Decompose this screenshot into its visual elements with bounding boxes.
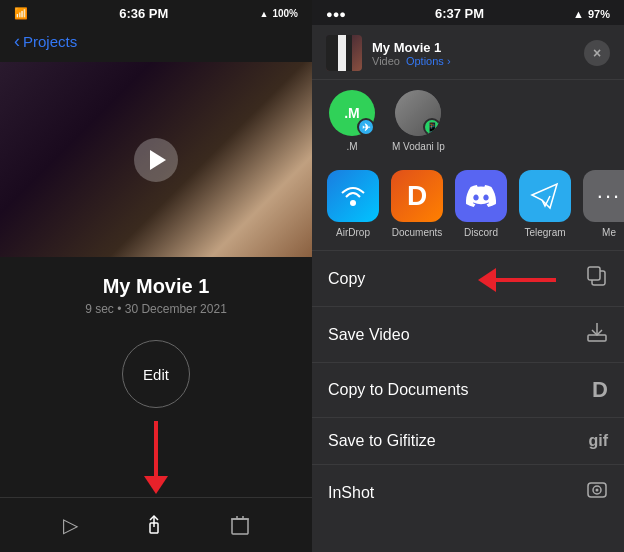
gps-icon: ▲ [259, 9, 268, 19]
copy-documents-label: Copy to Documents [328, 381, 469, 399]
arrow-head-left-icon [478, 268, 496, 292]
documents-icon: D [391, 170, 443, 222]
copy-label: Copy [328, 270, 365, 288]
video-thumbnail[interactable] [0, 62, 312, 257]
left-status-icons: 📶 [14, 7, 28, 20]
action-inshot[interactable]: InShot [312, 465, 624, 520]
action-copy[interactable]: Copy [312, 251, 624, 307]
close-button[interactable]: × [584, 40, 610, 66]
airdrop-icon [327, 170, 379, 222]
movie-thumb-stripe [338, 35, 346, 71]
save-video-label: Save Video [328, 326, 410, 344]
app-item-airdrop[interactable]: AirDrop [326, 170, 380, 238]
app-item-more[interactable]: ··· Me [582, 170, 624, 238]
nav-bar: ‹ Projects [0, 25, 312, 62]
inshot-icon [586, 479, 608, 506]
contact-name-m: .M [346, 141, 357, 152]
share-title-group: My Movie 1 Video Options › [372, 40, 451, 67]
play-triangle-icon [150, 150, 166, 170]
action-copy-documents[interactable]: Copy to Documents D [312, 363, 624, 418]
svg-point-14 [596, 489, 599, 492]
battery-left: 100% [272, 8, 298, 19]
action-save-gifitize[interactable]: Save to Gifitize gif [312, 418, 624, 465]
arrow-shaft-h [496, 278, 556, 282]
battery-right: 97% [588, 8, 610, 20]
options-link[interactable]: Options › [406, 55, 451, 67]
app-name-documents: Documents [392, 227, 443, 238]
share-title: My Movie 1 [372, 40, 451, 55]
play-toolbar-icon[interactable]: ▷ [63, 513, 78, 537]
arrow-annotation-left [144, 421, 168, 494]
wifi-icon: 📶 [14, 7, 28, 20]
copy-documents-icon: D [592, 377, 608, 403]
save-video-icon [586, 321, 608, 348]
app-name-discord: Discord [464, 227, 498, 238]
share-toolbar-icon[interactable] [143, 514, 165, 536]
share-subtitle: Video Options › [372, 55, 451, 67]
actions-list: Copy Save Video Copy to Documents D [312, 251, 624, 552]
contact-badge-telegram: ✈ [357, 118, 375, 136]
delete-toolbar-icon[interactable] [230, 514, 250, 536]
more-icon: ··· [583, 170, 624, 222]
app-name-telegram: Telegram [524, 227, 565, 238]
telegram-icon [519, 170, 571, 222]
right-status-left-icons: ●●● [326, 8, 346, 20]
contact-item-vodani[interactable]: 📱 M Vodani Ip [392, 90, 445, 152]
arrow-head-down-icon [144, 476, 168, 494]
movie-meta: 9 sec • 30 December 2021 [14, 302, 298, 316]
back-button[interactable]: ‹ Projects [14, 31, 77, 52]
arrow-annotation-right [478, 268, 556, 292]
gps-right-icon: ▲ [573, 8, 584, 20]
edit-button-wrap: Edit [0, 326, 312, 418]
share-sheet-header: My Movie 1 Video Options › × [312, 25, 624, 80]
contact-name-vodani: M Vodani Ip [392, 141, 445, 152]
svg-rect-2 [232, 519, 248, 534]
video-label: Video [372, 55, 400, 67]
status-bar-left: 📶 6:36 PM ▲ 100% [0, 0, 312, 25]
app-item-telegram[interactable]: Telegram [518, 170, 572, 238]
contact-avatar-m: .M ✈ [329, 90, 375, 136]
status-bar-right: ●●● 6:37 PM ▲ 97% [312, 0, 624, 25]
copy-icon [586, 265, 608, 292]
save-gifitize-label: Save to Gifitize [328, 432, 436, 450]
contact-avatar-img-vodani: 📱 [395, 90, 441, 136]
bottom-toolbar: ▷ [0, 497, 312, 552]
time-right: 6:37 PM [435, 6, 484, 21]
contact-initials-m: .M [344, 105, 360, 121]
share-movie-info: My Movie 1 Video Options › [326, 35, 451, 71]
action-save-video[interactable]: Save Video [312, 307, 624, 363]
play-button[interactable] [134, 138, 178, 182]
inshot-label: InShot [328, 484, 374, 502]
back-label: Projects [23, 33, 77, 50]
movie-thumb-small [326, 35, 362, 71]
gifitize-icon: gif [588, 432, 608, 450]
edit-button[interactable]: Edit [122, 340, 190, 408]
signal-icon: ●●● [326, 8, 346, 20]
apps-row: AirDrop D Documents Discord Telegram [312, 162, 624, 251]
svg-rect-9 [588, 267, 600, 280]
movie-info: My Movie 1 9 sec • 30 December 2021 [0, 257, 312, 326]
contacts-row: .M ✈ .M 📱 M Vodani Ip [312, 80, 624, 162]
right-status-icons: ▲ 100% [259, 8, 298, 19]
app-item-discord[interactable]: Discord [454, 170, 508, 238]
contact-item-m[interactable]: .M ✈ .M [326, 90, 378, 152]
movie-title: My Movie 1 [14, 275, 298, 298]
arrow-shaft [154, 421, 158, 476]
contact-avatar-vodani: 📱 [395, 90, 441, 136]
discord-icon [455, 170, 507, 222]
app-name-more: Me [602, 227, 616, 238]
back-chevron-icon: ‹ [14, 31, 20, 52]
right-status-right: ▲ 97% [573, 8, 610, 20]
right-panel: ●●● 6:37 PM ▲ 97% My Movie 1 Video Optio… [312, 0, 624, 552]
svg-point-7 [350, 200, 356, 206]
app-name-airdrop: AirDrop [336, 227, 370, 238]
left-panel: 📶 6:36 PM ▲ 100% ‹ Projects My Movie 1 9… [0, 0, 312, 552]
time-left: 6:36 PM [119, 6, 168, 21]
app-item-documents[interactable]: D Documents [390, 170, 444, 238]
whatsapp-badge: 📱 [423, 118, 441, 136]
